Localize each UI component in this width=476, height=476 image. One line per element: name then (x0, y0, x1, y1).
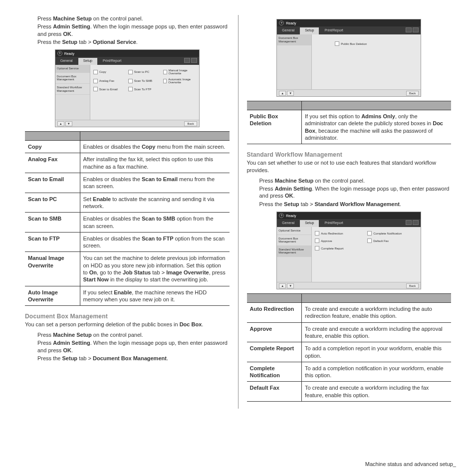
page-footer: Machine status and advanced setup_ (365, 461, 456, 467)
up-icon: ▲ (57, 121, 64, 126)
home-icon (413, 27, 419, 32)
help-icon: ? (279, 20, 284, 25)
down-icon: ▼ (287, 283, 294, 288)
step: Press the Setup tab > Document Box Manag… (25, 355, 230, 362)
options-table: CopyEnables or disables the Copy menu fr… (25, 131, 230, 306)
down-icon: ▼ (287, 91, 294, 96)
section-intro: You can set whether to use or not to use… (247, 159, 452, 174)
undo-icon (406, 27, 412, 32)
step: Press Admin Setting. When the login mess… (247, 185, 452, 200)
screenshot-optional-service: ?Ready General Setup Print/Report Option… (55, 49, 200, 127)
section-intro: You can set a person performing deletion… (25, 321, 230, 328)
down-icon: ▼ (65, 121, 72, 126)
up-icon: ▲ (279, 283, 286, 288)
screenshot-workflow: ?Ready General Setup Print/Report Option… (276, 212, 421, 289)
screenshot-doc-box: ?Ready General Setup Print/Report Docume… (276, 19, 421, 97)
step: Press Machine Setup on the control panel… (25, 15, 230, 22)
options-table: Auto RedirectionTo create and execute a … (247, 293, 452, 402)
step: Press Admin Setting. When the login mess… (25, 23, 230, 37)
up-icon: ▲ (279, 91, 286, 96)
step: Press Admin Setting. When the login mess… (25, 339, 230, 354)
step: Press the Setup tab > Optional Service. (25, 38, 230, 45)
home-icon (413, 220, 419, 225)
undo-icon (406, 220, 412, 225)
help-icon: ? (279, 213, 284, 218)
step: Press the Setup tab > Standard Workflow … (247, 201, 452, 208)
options-table: Public Box DeletionIf you set this optio… (247, 101, 452, 144)
section-heading: Standard Workflow Management (247, 151, 452, 158)
step: Press Machine Setup on the control panel… (25, 331, 230, 338)
home-icon (191, 58, 197, 63)
undo-icon (184, 58, 190, 63)
help-icon: ? (57, 51, 62, 56)
section-heading: Document Box Management (25, 313, 230, 320)
step: Press Machine Setup on the control panel… (247, 177, 452, 184)
